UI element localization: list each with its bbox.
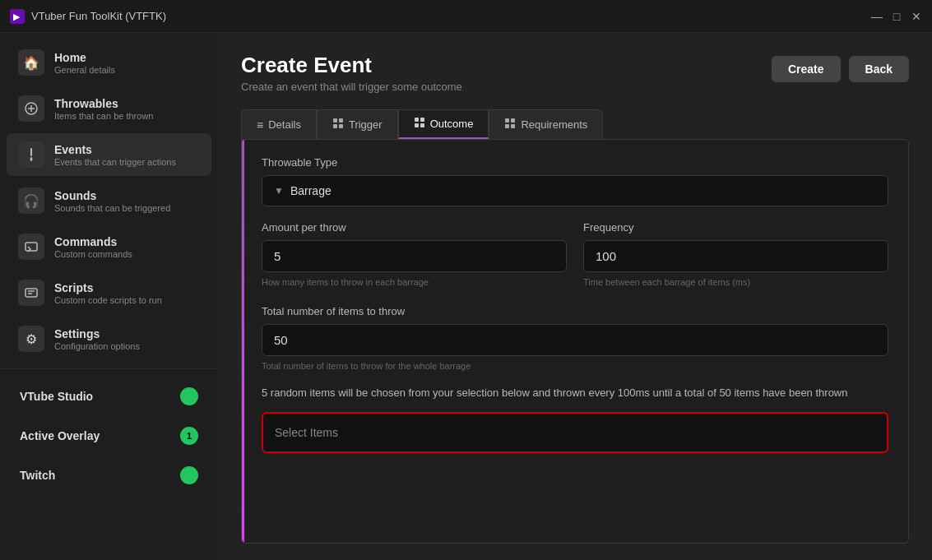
sidebar-item-throwables[interactable]: Throwables Items that can be thrown: [7, 87, 211, 130]
throwable-type-label: Throwable Type: [262, 156, 888, 169]
svg-text:▶: ▶: [13, 12, 21, 21]
tab-trigger-label: Trigger: [349, 118, 383, 131]
frequency-label: Frequency: [583, 221, 888, 234]
svg-point-3: [30, 158, 33, 160]
svg-rect-12: [415, 123, 419, 127]
svg-rect-14: [505, 118, 509, 123]
app-logo: ▶: [10, 9, 25, 24]
sidebar-label-scripts: Scripts: [54, 281, 162, 294]
sidebar-sublabel-scripts: Custom code scripts to run: [54, 295, 162, 305]
select-items-button[interactable]: Select Items: [262, 412, 888, 453]
sidebar-label-sounds: Sounds: [54, 189, 170, 202]
page-subtitle: Create an event that will trigger some o…: [241, 81, 462, 93]
twitch-label: Twitch: [20, 469, 180, 482]
sidebar-sublabel-throwables: Items that can be thrown: [54, 111, 153, 121]
sidebar-item-vtube-studio[interactable]: VTube Studio: [7, 377, 211, 415]
amount-hint: How many items to throw in each barrage: [262, 276, 567, 289]
tabs: ≡ Details Trigger Outcome Requirements: [241, 109, 909, 139]
sidebar-item-sounds[interactable]: 🎧 Sounds Sounds that can be triggered: [7, 179, 211, 222]
sidebar-item-active-overlay[interactable]: Active Overlay 1: [7, 417, 211, 455]
sidebar-sublabel-commands: Custom commands: [54, 249, 132, 259]
frequency-col: Frequency Time between each barrage of i…: [583, 221, 888, 300]
header-buttons: Create Back: [772, 56, 909, 82]
amount-col: Amount per throw How many items to throw…: [262, 221, 567, 300]
sidebar-item-home[interactable]: 🏠 Home General details: [7, 41, 211, 84]
amount-label: Amount per throw: [262, 221, 567, 234]
tab-outcome[interactable]: Outcome: [398, 109, 489, 139]
tab-trigger[interactable]: Trigger: [317, 109, 398, 139]
svg-rect-8: [333, 124, 337, 128]
total-items-hint: Total number of items to throw for the w…: [262, 360, 888, 373]
svg-rect-4: [26, 243, 37, 251]
sidebar-item-scripts[interactable]: Scripts Custom code scripts to run: [7, 271, 211, 314]
sidebar-sublabel-events: Events that can trigger actions: [54, 157, 176, 167]
tab-details[interactable]: ≡ Details: [241, 109, 317, 139]
settings-icon: ⚙: [18, 326, 44, 352]
tab-details-icon: ≡: [257, 118, 263, 132]
sounds-icon: 🎧: [18, 187, 44, 214]
window-controls: — □ ✕: [871, 11, 922, 22]
svg-rect-17: [511, 124, 515, 128]
sidebar-label-settings: Settings: [54, 327, 140, 340]
frequency-hint: Time between each barrage of items (ms): [583, 276, 888, 289]
vtube-studio-status: [180, 387, 198, 405]
total-items-label: Total number of items to throw: [262, 305, 888, 317]
tab-outcome-label: Outcome: [430, 118, 474, 130]
sidebar-label-throwables: Throwables: [54, 97, 153, 110]
throwables-icon: [18, 95, 44, 122]
sidebar-label-events: Events: [54, 143, 176, 156]
sidebar-label-commands: Commands: [54, 235, 132, 248]
svg-rect-15: [511, 118, 515, 123]
total-items-input[interactable]: [262, 324, 888, 356]
sidebar-item-settings[interactable]: ⚙ Settings Configuration options: [7, 317, 211, 360]
tab-trigger-icon: [332, 118, 344, 132]
sidebar-sublabel-settings: Configuration options: [54, 341, 140, 351]
throwable-type-select[interactable]: ▼ Barrage: [262, 175, 888, 206]
svg-rect-16: [505, 124, 509, 128]
titlebar-title: VTuber Fun ToolKit (VTFTK): [31, 10, 871, 22]
throwable-type-value: Barrage: [290, 184, 332, 197]
titlebar: ▶ VTuber Fun ToolKit (VTFTK) — □ ✕: [0, 0, 932, 33]
summary-text: 5 random items will be chosen from your …: [262, 385, 888, 401]
main-content: Create Event Create an event that will t…: [218, 33, 932, 560]
svg-rect-6: [333, 118, 337, 123]
twitch-status: [180, 466, 198, 484]
tab-details-label: Details: [268, 118, 301, 131]
sidebar: 🏠 Home General details Throwables Items …: [0, 33, 218, 560]
scripts-icon: [18, 280, 44, 306]
active-overlay-label: Active Overlay: [20, 429, 180, 442]
svg-rect-11: [420, 118, 424, 122]
create-button[interactable]: Create: [772, 56, 841, 82]
amount-frequency-row: Amount per throw How many items to throw…: [262, 221, 888, 300]
app-body: 🏠 Home General details Throwables Items …: [0, 33, 932, 560]
total-items-section: Total number of items to throw Total num…: [262, 305, 888, 373]
tab-requirements-icon: [504, 118, 516, 132]
svg-rect-5: [26, 289, 37, 297]
page-title: Create Event: [241, 53, 462, 78]
select-items-label: Select Items: [275, 426, 338, 439]
svg-rect-9: [339, 124, 343, 128]
sidebar-sublabel-home: General details: [54, 65, 115, 75]
sidebar-sublabel-sounds: Sounds that can be triggered: [54, 203, 170, 213]
dropdown-arrow-icon: ▼: [274, 185, 284, 197]
sidebar-item-commands[interactable]: Commands Custom commands: [7, 225, 211, 268]
commands-icon: [18, 234, 44, 260]
vtube-studio-label: VTube Studio: [20, 390, 180, 403]
minimize-button[interactable]: —: [871, 11, 883, 22]
tab-requirements-label: Requirements: [521, 118, 587, 131]
back-button[interactable]: Back: [849, 56, 909, 82]
sidebar-item-twitch[interactable]: Twitch: [7, 456, 211, 494]
svg-rect-10: [415, 118, 419, 122]
page-header: Create Event Create an event that will t…: [241, 53, 909, 93]
tab-outcome-icon: [414, 117, 425, 131]
close-button[interactable]: ✕: [911, 11, 922, 22]
amount-input[interactable]: [262, 240, 567, 272]
svg-rect-13: [420, 123, 424, 127]
maximize-button[interactable]: □: [891, 11, 902, 22]
sidebar-item-events[interactable]: Events Events that can trigger actions: [7, 133, 211, 176]
tab-requirements[interactable]: Requirements: [489, 109, 603, 139]
home-icon: 🏠: [18, 49, 44, 76]
events-icon: [18, 141, 44, 168]
frequency-input[interactable]: [583, 240, 888, 272]
active-overlay-badge: 1: [180, 427, 198, 445]
